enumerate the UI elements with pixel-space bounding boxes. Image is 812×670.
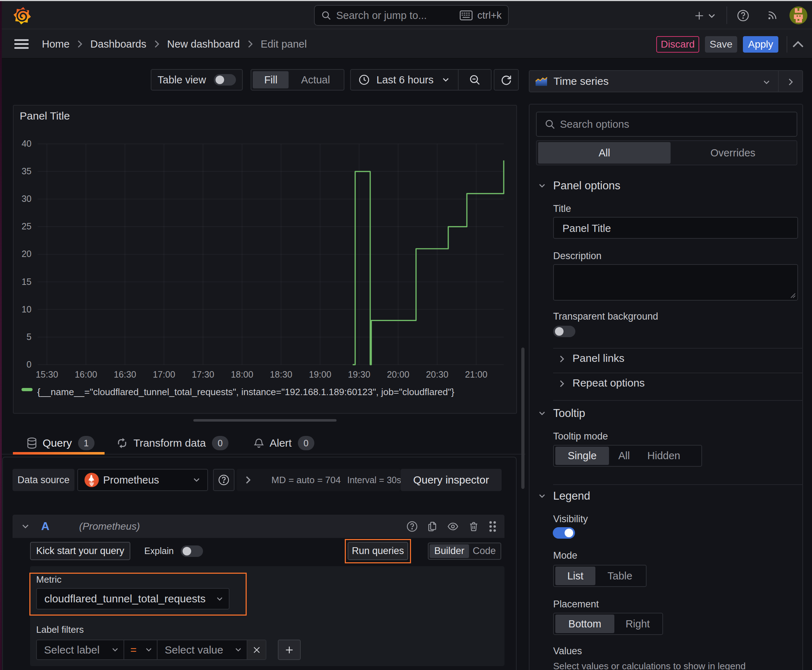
svg-text:16:30: 16:30 [114, 369, 136, 379]
svg-text:20: 20 [22, 249, 32, 259]
svg-text:5: 5 [27, 332, 32, 342]
svg-text:20:00: 20:00 [387, 369, 410, 379]
svg-text:18:00: 18:00 [231, 369, 253, 379]
svg-text:15: 15 [22, 277, 32, 287]
svg-text:18:30: 18:30 [270, 369, 293, 379]
svg-text:19:00: 19:00 [309, 369, 332, 379]
svg-text:30: 30 [22, 194, 32, 204]
svg-text:15:30: 15:30 [36, 369, 58, 379]
svg-text:17:00: 17:00 [153, 369, 175, 379]
svg-text:17:30: 17:30 [192, 369, 214, 379]
svg-text:25: 25 [22, 221, 32, 231]
svg-text:{__name__="cloudflared_tunnel_: {__name__="cloudflared_tunnel_total_requ… [37, 387, 454, 397]
svg-text:20:30: 20:30 [426, 369, 449, 379]
svg-text:10: 10 [22, 304, 32, 314]
svg-text:19:30: 19:30 [348, 369, 371, 379]
svg-text:35: 35 [22, 166, 32, 176]
svg-text:40: 40 [22, 139, 32, 149]
svg-text:21:00: 21:00 [465, 369, 488, 379]
svg-text:16:00: 16:00 [75, 369, 97, 379]
svg-text:0: 0 [27, 359, 32, 369]
